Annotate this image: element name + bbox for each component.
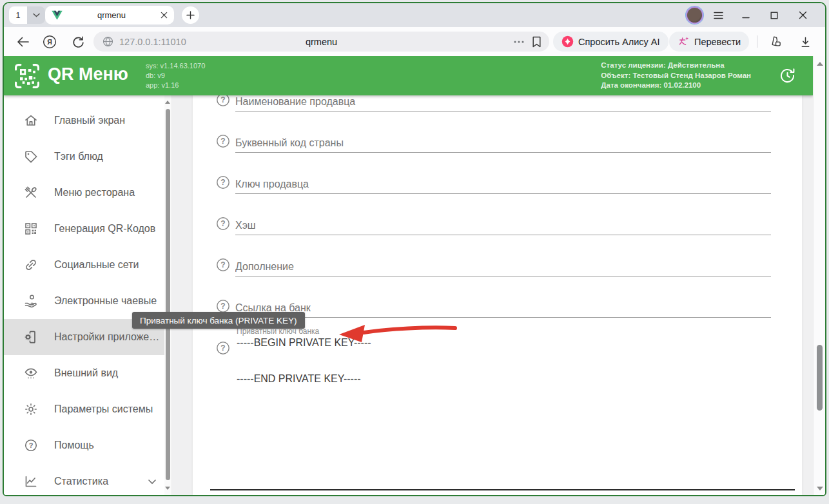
link-icon: [23, 257, 39, 273]
version-info: sys: v1.14.63.1070 db: v9 app: v1.16: [146, 61, 205, 90]
close-icon: [799, 11, 807, 19]
minimize-icon: [742, 12, 750, 19]
download-icon: [799, 36, 812, 48]
scroll-down-arrow[interactable]: [165, 487, 170, 490]
back-arrow-icon: [17, 37, 29, 47]
translate-button[interactable]: Перевести: [669, 32, 749, 52]
collections-button[interactable]: [766, 32, 785, 52]
license-refresh-icon[interactable]: [779, 67, 796, 84]
field-help-icon[interactable]: ?: [216, 175, 230, 189]
field-help-icon[interactable]: ?: [216, 258, 230, 272]
plus-icon: [186, 11, 195, 19]
svg-text:Я: Я: [47, 38, 52, 46]
toolbar-divider: [757, 35, 757, 48]
refresh-button[interactable]: [68, 32, 88, 52]
sidebar-item-label: Генерация QR-Кодов: [54, 223, 155, 235]
field-help-icon[interactable]: ?: [216, 341, 230, 355]
page-scroll-up-arrow[interactable]: [817, 62, 823, 66]
chevron-down-icon: [33, 13, 40, 17]
sidebar-item-appearance[interactable]: Внешний вид: [4, 355, 166, 391]
sidebar-item-label: Внешний вид: [54, 367, 118, 379]
field-addition[interactable]: [235, 258, 771, 276]
more-dots-icon[interactable]: [514, 41, 524, 43]
back-button[interactable]: [13, 32, 32, 52]
red-annotation-arrow: [335, 322, 461, 345]
field-seller-name[interactable]: [235, 95, 771, 111]
sidebar-item-qr-generation[interactable]: Генерация QR-Кодов: [4, 211, 166, 247]
sidebar-item-label: Параметры системы: [54, 403, 153, 415]
sidebar: Главный экран Тэги блюд Меню ресторана Г…: [4, 95, 172, 495]
field-hash[interactable]: [235, 217, 771, 235]
page-scrollbar-thumb[interactable]: [817, 345, 823, 411]
sidebar-item-system-params[interactable]: Параметры системы: [4, 391, 166, 427]
phone-settings-icon: [23, 329, 39, 345]
yandex-search-button[interactable]: Я: [40, 32, 59, 52]
field-help-icon[interactable]: ?: [216, 134, 230, 148]
svg-text:?: ?: [220, 178, 225, 187]
sidebar-item-label: Меню ресторана: [54, 187, 135, 199]
chart-line-icon: [23, 474, 39, 489]
svg-text:?: ?: [220, 260, 225, 269]
sidebar-item-social[interactable]: Социальные сети: [4, 247, 166, 283]
license-object: Объект: Тестовый Стенд Назаров Роман: [601, 71, 751, 81]
main-area: ? ? ? ? ? ? Приватный ключ банка ? -----…: [172, 95, 813, 495]
settings-form-card: ? ? ? ? ? ? Приватный ключ банка ? -----…: [193, 95, 802, 495]
page-scrollbar[interactable]: [813, 56, 825, 495]
sidebar-item-label: Статистика: [54, 476, 108, 487]
svg-text:?: ?: [220, 137, 225, 146]
maximize-button[interactable]: [765, 6, 784, 24]
tab-qrmenu[interactable]: qrmenu: [45, 6, 174, 24]
new-tab-button[interactable]: [182, 6, 199, 24]
tab-counter[interactable]: 1: [9, 6, 27, 24]
restaurant-icon: [23, 185, 39, 200]
sidebar-item-help[interactable]: ? Помощь: [4, 427, 166, 463]
field-country-code[interactable]: [235, 134, 771, 153]
field-help-icon[interactable]: ?: [216, 299, 230, 313]
sidebar-scrollbar[interactable]: [164, 95, 171, 495]
browser-window: 1 qrmenu Я: [3, 2, 826, 496]
close-button[interactable]: [793, 6, 812, 24]
chevron-down-icon[interactable]: [147, 476, 157, 487]
tips-hand-coin-icon: [23, 293, 39, 309]
minimize-button[interactable]: [736, 6, 756, 24]
ask-alice-button[interactable]: Спросить Алису AI: [553, 32, 668, 52]
field-help-icon[interactable]: ?: [216, 217, 230, 231]
web-app-viewport: QR Меню sys: v1.14.63.1070 db: v9 app: v…: [4, 56, 825, 495]
tab-list-button[interactable]: [27, 6, 45, 24]
page-title: qrmenu: [93, 37, 549, 47]
sidebar-item-home[interactable]: Главный экран: [4, 102, 166, 139]
tab-counter-group[interactable]: 1: [9, 6, 45, 24]
app-header: QR Меню sys: v1.14.63.1070 db: v9 app: v…: [4, 56, 813, 95]
private-key-underline: [210, 489, 795, 490]
svg-text:?: ?: [220, 95, 225, 104]
field-bank-link[interactable]: [235, 299, 771, 318]
address-bar[interactable]: 127.0.0.1:11010 qrmenu: [93, 32, 549, 52]
scroll-up-arrow[interactable]: [165, 101, 170, 104]
svg-text:?: ?: [220, 302, 225, 311]
private-key-tooltip: Приватный ключ банка (PRIVATE KEY): [132, 312, 305, 329]
field-seller-key[interactable]: [235, 175, 771, 194]
sidebar-item-tags[interactable]: Тэги блюд: [4, 139, 166, 175]
qr-logo-icon: [13, 62, 41, 90]
translate-label: Перевести: [694, 37, 741, 47]
hamburger-icon: [714, 12, 723, 19]
svg-text:?: ?: [29, 441, 34, 449]
downloads-button[interactable]: [795, 32, 815, 52]
help-icon: ?: [23, 438, 39, 453]
bookmark-icon[interactable]: [532, 36, 541, 48]
svg-text:?: ?: [220, 344, 225, 353]
page-scroll-down-arrow[interactable]: [817, 487, 823, 490]
svg-text:?: ?: [220, 219, 225, 228]
sidebar-item-statistics[interactable]: Статистика: [4, 463, 166, 495]
tab-close-icon[interactable]: [161, 12, 168, 19]
sidebar-item-label: Электронные чаевые: [54, 295, 157, 307]
profile-avatar[interactable]: [686, 6, 703, 24]
browser-menu-button[interactable]: [708, 6, 728, 24]
field-help-icon[interactable]: ?: [216, 95, 230, 107]
sidebar-item-label: Помощь: [54, 440, 94, 451]
eye-icon: [23, 365, 39, 381]
license-status: Статус лицензии: Действительна: [601, 61, 751, 71]
sidebar-item-restaurant-menu[interactable]: Меню ресторана: [4, 175, 166, 211]
sidebar-item-label: Тэги блюд: [54, 151, 103, 162]
sidebar-scrollbar-thumb[interactable]: [166, 109, 170, 480]
